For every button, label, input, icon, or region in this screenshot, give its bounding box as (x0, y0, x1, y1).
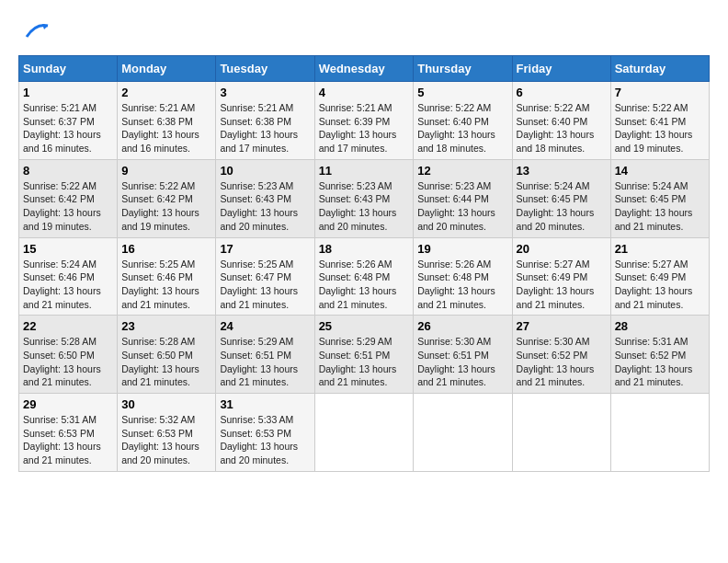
day-number: 21 (615, 242, 705, 256)
day-info: Sunrise: 5:28 AMSunset: 6:50 PMDaylight:… (121, 336, 199, 387)
day-info: Sunrise: 5:24 AMSunset: 6:45 PMDaylight:… (517, 180, 595, 232)
day-number: 24 (220, 319, 310, 333)
calendar-cell: 1 Sunrise: 5:21 AMSunset: 6:37 PMDayligh… (19, 82, 118, 160)
calendar-cell: 7 Sunrise: 5:22 AMSunset: 6:41 PMDayligh… (610, 82, 709, 160)
day-info: Sunrise: 5:29 AMSunset: 6:51 PMDaylight:… (319, 336, 397, 387)
day-number: 10 (220, 164, 310, 178)
calendar-cell: 5 Sunrise: 5:22 AMSunset: 6:40 PMDayligh… (414, 82, 512, 160)
day-number: 19 (417, 242, 507, 256)
day-number: 8 (23, 164, 113, 178)
weekday-header-wednesday: Wednesday (314, 56, 414, 82)
day-info: Sunrise: 5:31 AMSunset: 6:53 PMDaylight:… (23, 414, 101, 465)
calendar-cell (414, 394, 512, 472)
day-number: 11 (319, 164, 410, 178)
day-info: Sunrise: 5:28 AMSunset: 6:50 PMDaylight:… (23, 336, 101, 387)
day-number: 13 (517, 164, 607, 178)
day-info: Sunrise: 5:24 AMSunset: 6:45 PMDaylight:… (615, 180, 693, 232)
calendar-cell: 8 Sunrise: 5:22 AMSunset: 6:42 PMDayligh… (19, 159, 118, 237)
day-info: Sunrise: 5:26 AMSunset: 6:48 PMDaylight:… (319, 259, 397, 310)
calendar-cell: 4 Sunrise: 5:21 AMSunset: 6:39 PMDayligh… (314, 82, 414, 160)
weekday-header-sunday: Sunday (19, 56, 118, 82)
day-number: 29 (23, 397, 113, 411)
day-info: Sunrise: 5:31 AMSunset: 6:52 PMDaylight:… (615, 336, 693, 387)
calendar-cell: 18 Sunrise: 5:26 AMSunset: 6:48 PMDaylig… (314, 237, 414, 316)
day-number: 9 (121, 164, 211, 178)
logo-icon (22, 18, 50, 46)
calendar-cell: 20 Sunrise: 5:27 AMSunset: 6:49 PMDaylig… (512, 237, 610, 316)
day-number: 28 (615, 319, 705, 333)
day-number: 17 (220, 242, 310, 256)
calendar-cell: 13 Sunrise: 5:24 AMSunset: 6:45 PMDaylig… (512, 159, 610, 237)
day-number: 5 (417, 86, 507, 99)
calendar-cell: 17 Sunrise: 5:25 AMSunset: 6:47 PMDaylig… (216, 237, 314, 316)
header (18, 18, 710, 46)
day-info: Sunrise: 5:23 AMSunset: 6:44 PMDaylight:… (417, 180, 495, 232)
calendar-cell: 9 Sunrise: 5:22 AMSunset: 6:42 PMDayligh… (118, 159, 216, 237)
calendar-cell: 22 Sunrise: 5:28 AMSunset: 6:50 PMDaylig… (19, 316, 118, 394)
day-info: Sunrise: 5:32 AMSunset: 6:53 PMDaylight:… (121, 414, 199, 465)
day-number: 25 (319, 319, 410, 333)
calendar-cell: 12 Sunrise: 5:23 AMSunset: 6:44 PMDaylig… (414, 159, 512, 237)
calendar-cell: 15 Sunrise: 5:24 AMSunset: 6:46 PMDaylig… (19, 237, 118, 316)
day-info: Sunrise: 5:29 AMSunset: 6:51 PMDaylight:… (220, 336, 298, 387)
weekday-header-monday: Monday (118, 56, 216, 82)
day-number: 20 (517, 242, 607, 256)
calendar-cell: 26 Sunrise: 5:30 AMSunset: 6:51 PMDaylig… (414, 316, 512, 394)
day-info: Sunrise: 5:22 AMSunset: 6:40 PMDaylight:… (517, 102, 595, 154)
day-info: Sunrise: 5:23 AMSunset: 6:43 PMDaylight:… (220, 180, 298, 232)
calendar-cell: 25 Sunrise: 5:29 AMSunset: 6:51 PMDaylig… (314, 316, 414, 394)
calendar-cell: 30 Sunrise: 5:32 AMSunset: 6:53 PMDaylig… (118, 394, 216, 472)
day-info: Sunrise: 5:22 AMSunset: 6:42 PMDaylight:… (121, 180, 199, 232)
day-number: 7 (615, 86, 705, 99)
calendar-cell: 31 Sunrise: 5:33 AMSunset: 6:53 PMDaylig… (216, 394, 314, 472)
weekday-header-thursday: Thursday (414, 56, 512, 82)
day-info: Sunrise: 5:25 AMSunset: 6:47 PMDaylight:… (220, 259, 298, 310)
day-number: 4 (319, 86, 410, 99)
day-info: Sunrise: 5:26 AMSunset: 6:48 PMDaylight:… (417, 259, 495, 310)
day-number: 14 (615, 164, 705, 178)
weekday-header-saturday: Saturday (610, 56, 709, 82)
day-info: Sunrise: 5:22 AMSunset: 6:42 PMDaylight:… (23, 180, 101, 232)
day-info: Sunrise: 5:21 AMSunset: 6:38 PMDaylight:… (121, 102, 199, 154)
day-info: Sunrise: 5:21 AMSunset: 6:39 PMDaylight:… (319, 102, 397, 154)
day-number: 12 (417, 164, 507, 178)
day-info: Sunrise: 5:30 AMSunset: 6:52 PMDaylight:… (517, 336, 595, 387)
calendar-table: SundayMondayTuesdayWednesdayThursdayFrid… (18, 55, 710, 472)
day-number: 16 (121, 242, 211, 256)
calendar-cell: 10 Sunrise: 5:23 AMSunset: 6:43 PMDaylig… (216, 159, 314, 237)
day-number: 30 (121, 397, 211, 411)
calendar-cell: 27 Sunrise: 5:30 AMSunset: 6:52 PMDaylig… (512, 316, 610, 394)
day-number: 15 (23, 242, 113, 256)
day-number: 3 (220, 86, 310, 99)
calendar-cell (610, 394, 709, 472)
day-info: Sunrise: 5:21 AMSunset: 6:37 PMDaylight:… (23, 102, 101, 154)
day-info: Sunrise: 5:27 AMSunset: 6:49 PMDaylight:… (517, 259, 595, 310)
day-number: 1 (23, 86, 113, 99)
day-number: 2 (121, 86, 211, 99)
day-number: 18 (319, 242, 410, 256)
day-info: Sunrise: 5:22 AMSunset: 6:41 PMDaylight:… (615, 102, 693, 154)
calendar-cell: 11 Sunrise: 5:23 AMSunset: 6:43 PMDaylig… (314, 159, 414, 237)
calendar-cell (314, 394, 414, 472)
logo (18, 18, 50, 46)
day-info: Sunrise: 5:23 AMSunset: 6:43 PMDaylight:… (319, 180, 397, 232)
day-info: Sunrise: 5:22 AMSunset: 6:40 PMDaylight:… (417, 102, 495, 154)
day-number: 22 (23, 319, 113, 333)
weekday-header-tuesday: Tuesday (216, 56, 314, 82)
calendar-cell: 28 Sunrise: 5:31 AMSunset: 6:52 PMDaylig… (610, 316, 709, 394)
day-number: 26 (417, 319, 507, 333)
day-number: 31 (220, 397, 310, 411)
day-number: 23 (121, 319, 211, 333)
day-info: Sunrise: 5:33 AMSunset: 6:53 PMDaylight:… (220, 414, 298, 465)
calendar-cell: 19 Sunrise: 5:26 AMSunset: 6:48 PMDaylig… (414, 237, 512, 316)
calendar-cell: 16 Sunrise: 5:25 AMSunset: 6:46 PMDaylig… (118, 237, 216, 316)
calendar-cell: 3 Sunrise: 5:21 AMSunset: 6:38 PMDayligh… (216, 82, 314, 160)
calendar-cell: 23 Sunrise: 5:28 AMSunset: 6:50 PMDaylig… (118, 316, 216, 394)
weekday-header-friday: Friday (512, 56, 610, 82)
calendar-cell: 24 Sunrise: 5:29 AMSunset: 6:51 PMDaylig… (216, 316, 314, 394)
day-number: 27 (517, 319, 607, 333)
calendar-cell: 6 Sunrise: 5:22 AMSunset: 6:40 PMDayligh… (512, 82, 610, 160)
day-info: Sunrise: 5:25 AMSunset: 6:46 PMDaylight:… (121, 259, 199, 310)
day-info: Sunrise: 5:27 AMSunset: 6:49 PMDaylight:… (615, 259, 693, 310)
calendar-cell: 2 Sunrise: 5:21 AMSunset: 6:38 PMDayligh… (118, 82, 216, 160)
